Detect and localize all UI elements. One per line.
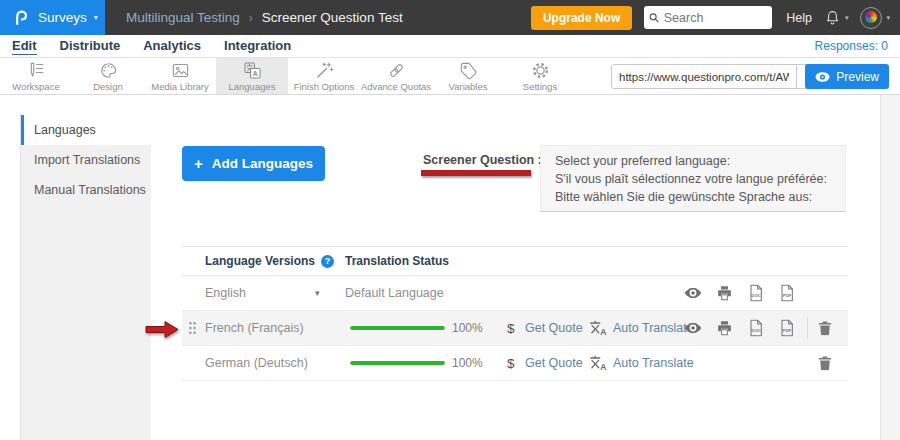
toolbar-item-settings[interactable]: Settings bbox=[504, 58, 576, 94]
print-icon[interactable] bbox=[716, 320, 733, 337]
default-language-badge: Default Language bbox=[345, 286, 444, 300]
topbar-actions: Upgrade Now Help ▾ ▾ bbox=[531, 6, 900, 30]
help-link[interactable]: Help bbox=[786, 11, 812, 25]
translate-icon: A bbox=[243, 62, 262, 79]
screener-line-english: Select your preferred language: bbox=[555, 152, 831, 170]
survey-url-input[interactable] bbox=[612, 65, 796, 88]
questionpro-logo-icon bbox=[11, 7, 30, 28]
toolbar-item-variables[interactable]: Variables bbox=[432, 58, 504, 94]
account-menu[interactable]: ▾ bbox=[860, 7, 890, 29]
eye-icon bbox=[815, 72, 830, 82]
default-language-select[interactable]: English bbox=[205, 286, 246, 300]
tab-integration[interactable]: Integration bbox=[224, 38, 291, 54]
get-quote-link[interactable]: Get Quote bbox=[525, 321, 583, 335]
image-icon bbox=[171, 62, 190, 79]
questionpro-app: Surveys ▾ Multilingual Testing › Screene… bbox=[0, 0, 900, 440]
scroll-gutter bbox=[881, 95, 900, 440]
column-header-language-versions: Language Versions ? bbox=[205, 254, 334, 268]
toolbar-item-finish-options[interactable]: Finish Options bbox=[288, 58, 360, 94]
preview-button[interactable]: Preview bbox=[805, 64, 889, 89]
toolbar-item-label: Workspace bbox=[12, 81, 59, 92]
preview-language-icon[interactable] bbox=[684, 288, 702, 299]
dollar-icon[interactable]: $ bbox=[507, 321, 515, 336]
download-doc-icon[interactable] bbox=[748, 284, 764, 302]
global-search bbox=[644, 6, 772, 29]
screener-question-label: Screener Question : bbox=[423, 153, 542, 167]
tab-analytics[interactable]: Analytics bbox=[143, 38, 201, 54]
progress-fill bbox=[350, 326, 445, 330]
translation-progress-bar bbox=[350, 326, 445, 330]
sidebar-item-import-translations[interactable]: Import Translations bbox=[21, 145, 151, 175]
chevron-down-icon: ▾ bbox=[886, 14, 890, 22]
palette-icon bbox=[99, 62, 118, 79]
toolbar-item-label: Design bbox=[93, 81, 123, 92]
drag-handle[interactable] bbox=[188, 321, 197, 335]
toolbar-item-media-library[interactable]: Media Library bbox=[144, 58, 216, 94]
toolbar-item-design[interactable]: Design bbox=[72, 58, 144, 94]
preview-language-icon[interactable] bbox=[684, 323, 702, 334]
sidebar-item-languages[interactable]: Languages bbox=[21, 115, 151, 145]
toolbar-item-languages[interactable]: A Languages bbox=[216, 58, 288, 94]
download-doc-icon[interactable] bbox=[748, 319, 764, 337]
annotation-underline bbox=[421, 170, 531, 176]
screener-line-french: S'il vous plaît sélectionnez votre langu… bbox=[555, 170, 831, 188]
download-pdf-icon[interactable] bbox=[779, 284, 795, 302]
auto-translate-icon[interactable] bbox=[589, 320, 608, 336]
help-icon[interactable]: ? bbox=[321, 255, 334, 268]
table-header-row: Language Versions ? Translation Status bbox=[182, 246, 848, 276]
top-bar: Surveys ▾ Multilingual Testing › Screene… bbox=[0, 0, 900, 35]
breadcrumb: Multilingual Testing › Screener Question… bbox=[126, 10, 403, 25]
bell-icon bbox=[824, 9, 841, 27]
auto-translate-icon[interactable] bbox=[589, 355, 608, 371]
auto-translate-link[interactable]: Auto Translate bbox=[613, 321, 694, 335]
breadcrumb-parent[interactable]: Multilingual Testing bbox=[126, 10, 240, 25]
language-row-english: English ▾ Default Language bbox=[182, 276, 848, 311]
column-header-translation-status: Translation Status bbox=[345, 254, 449, 268]
language-versions-table: Language Versions ? Translation Status E… bbox=[182, 246, 848, 381]
progress-percent: 100% bbox=[452, 321, 483, 335]
annotation-arrow-icon bbox=[145, 319, 180, 340]
print-icon[interactable] bbox=[716, 285, 733, 302]
product-switcher[interactable]: Surveys ▾ bbox=[0, 0, 105, 35]
preview-label: Preview bbox=[836, 70, 879, 84]
breadcrumb-separator-icon: › bbox=[249, 11, 253, 25]
toolbar-item-advance-quotas[interactable]: Advance Quotas bbox=[360, 58, 432, 94]
languages-sidebar: Languages Import Translations Manual Tra… bbox=[20, 115, 151, 440]
section-tabs: Edit Distribute Analytics Integration Re… bbox=[0, 35, 900, 58]
sidebar-item-manual-translations[interactable]: Manual Translations bbox=[21, 175, 151, 205]
plus-icon: + bbox=[194, 155, 203, 172]
download-pdf-icon[interactable] bbox=[779, 319, 795, 337]
search-icon bbox=[649, 12, 660, 24]
workspace-icon bbox=[27, 62, 46, 79]
screener-line-german: Bitte wählen Sie die gewünschte Sprache … bbox=[555, 188, 831, 206]
auto-translate-link[interactable]: Auto Translate bbox=[613, 356, 694, 370]
toolbar-item-workspace[interactable]: Workspace bbox=[0, 58, 72, 94]
toolbar-item-label: Advance Quotas bbox=[361, 81, 431, 92]
tab-distribute[interactable]: Distribute bbox=[60, 38, 121, 54]
notifications-menu[interactable]: ▾ bbox=[824, 9, 849, 27]
toolbar-item-label: Settings bbox=[523, 81, 557, 92]
delete-language-icon[interactable] bbox=[818, 321, 832, 336]
chevron-down-icon: ▾ bbox=[94, 13, 98, 22]
upgrade-now-button[interactable]: Upgrade Now bbox=[531, 6, 632, 30]
product-label: Surveys bbox=[38, 10, 87, 25]
responses-count[interactable]: Responses: 0 bbox=[815, 39, 888, 53]
chevron-down-icon[interactable]: ▾ bbox=[315, 288, 320, 298]
search-input[interactable] bbox=[664, 11, 767, 25]
tab-edit[interactable]: Edit bbox=[12, 38, 37, 55]
delete-language-icon[interactable] bbox=[818, 356, 832, 371]
translation-progress-bar bbox=[350, 361, 445, 365]
get-quote-link[interactable]: Get Quote bbox=[525, 356, 583, 370]
progress-percent: 100% bbox=[452, 356, 483, 370]
toolbar-item-label: Media Library bbox=[151, 81, 209, 92]
toolbar-item-label: Variables bbox=[449, 81, 488, 92]
toolbar-item-label: Languages bbox=[228, 81, 275, 92]
chevron-down-icon: ▾ bbox=[845, 14, 849, 22]
divider bbox=[807, 318, 808, 339]
survey-toolbar: Workspace Design Media Library bbox=[0, 58, 900, 95]
add-languages-button[interactable]: + Add Languages bbox=[182, 146, 325, 181]
survey-url-group bbox=[611, 64, 822, 89]
progress-fill bbox=[350, 361, 445, 365]
dollar-icon[interactable]: $ bbox=[507, 356, 515, 371]
magic-wand-icon bbox=[315, 62, 334, 79]
